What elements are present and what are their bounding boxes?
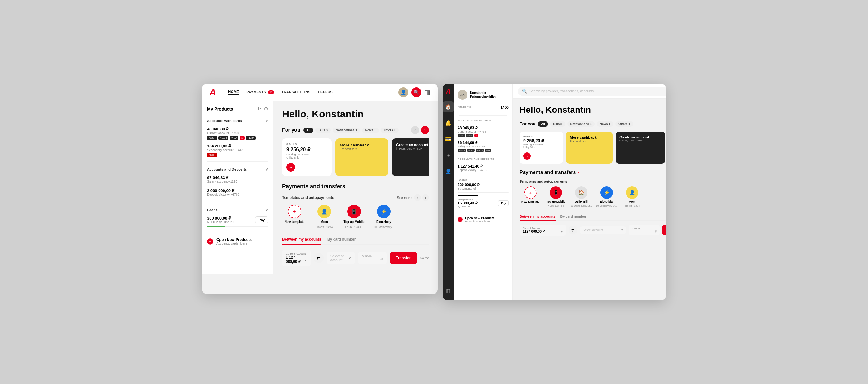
r-bills-arrow-icon[interactable]: → [523,152,531,160]
payments-title: Payments and transfers [282,183,345,190]
bills-arrow-icon[interactable]: → [286,163,295,172]
mobile-icon: 📱 [347,205,361,218]
r-bills-card[interactable]: 8 BILLS 9 256,20 ₽ Parking and Fines Uti… [520,132,563,164]
template-mom[interactable]: 👤 Mom Tinkoff −1234 [312,205,337,229]
search-bar[interactable]: 🔍 Search by provider, transactions, acco… [518,87,666,96]
alfa-points: Alfa-points 1450 [454,103,513,113]
r-filter-notif[interactable]: Notifications 1 [567,121,595,127]
filter-news[interactable]: News 1 [362,128,379,133]
create-account-card[interactable]: Create an account in RUB, USD or EUR [392,138,429,176]
right-promo-cards: 8 BILLS 9 256,20 ₽ Parking and Fines Uti… [520,132,666,164]
tmpl-prev-icon[interactable]: ‹ [414,194,421,201]
next-arrow[interactable]: › [421,126,429,134]
sidebar-bell-icon[interactable]: 🔔 [443,117,454,129]
plus-icon-sm: + [458,217,463,222]
r-filter-all[interactable]: All [538,121,548,127]
filter-notifications[interactable]: Notifications 1 [333,128,360,133]
nav-right: 👤 🔍 ▥ [398,87,430,97]
r-from-field[interactable]: Current Account 1127 000,00 ₽ ∨ [520,224,566,236]
prev-arrow[interactable]: ‹ [411,126,419,134]
card-chip: A [474,134,478,137]
r-tab-between[interactable]: Between my accounts [520,213,556,221]
new-template[interactable]: + New template [282,205,307,223]
account-item: 48 046,83 ₽ Current account −4768 +1234 … [202,125,273,142]
sidebar-user-icon[interactable]: 👤 [443,166,454,177]
sidebar-card-icon[interactable]: 💳 [443,134,454,145]
filter-all[interactable]: All [304,128,314,133]
templates-row: + New template 👤 Mom Tinkoff −1234 📱 Top… [282,205,429,229]
r-to-field[interactable]: Select account ∨ [580,226,626,234]
filter-offers[interactable]: Offers 1 [381,128,399,133]
right-for-you-title: For you [520,121,535,126]
right-greeting: Hello, Konstantin [520,105,666,115]
right-topbar: 🔍 Search by provider, transactions, acco… [513,83,666,99]
r-template-mobile[interactable]: 📱 Top up Mobile +7 965 123 45 67 [545,186,567,207]
r-cashback-card[interactable]: More cashback For debit card [566,132,613,164]
chevron-down-icon: ∨ [266,167,268,172]
tab-between-accounts[interactable]: Between my accounts [282,235,321,245]
to-account-field[interactable]: Select an account ∨ [327,252,355,264]
pay-button-sm[interactable]: Pay [498,200,509,206]
search-placeholder: Search by provider, transactions, accoun… [529,89,596,93]
from-account-field[interactable]: Current Account 1 127 000,00 ₽ ∨ [282,250,311,266]
tmpl-next-icon[interactable]: › [422,194,429,201]
sidebar-home-icon[interactable]: 🏠 [443,101,454,112]
nav-transactions[interactable]: TRANSACTIONS [281,90,310,95]
card-chip: +1234 [246,136,256,140]
r-payments-arrow-icon[interactable]: › [578,170,579,175]
swap-button[interactable]: ⇄ [314,253,323,263]
account-item: 154 200,83 ₽ Secondary account −1443 +12… [202,142,273,159]
sidebar-grid-icon[interactable]: ⊞ [443,149,454,161]
right-templates-row: + New template 📱 Top up Mobile +7 965 12… [520,186,666,207]
r-template-electricity[interactable]: ⚡ Electricity 10 Dostoevsky St... [596,186,618,207]
settings-icon[interactable]: ⚙ [264,106,268,112]
user-info: AK KonstantinPetropavlovskikh [454,87,513,103]
nav-home[interactable]: HOME [228,90,239,95]
r-chevron-icon: ∨ [561,230,563,233]
greeting-title: Hello, Konstantin [282,108,429,120]
r-filter-offers[interactable]: Offers 1 [615,121,633,127]
tab-by-card[interactable]: By card number [328,235,355,244]
accounts-cards-section[interactable]: Accounts with cards ∨ [202,115,273,125]
nav-offers[interactable]: OFFERS [318,90,333,95]
card-chip: VISA [230,136,238,140]
template-mobile[interactable]: 📱 Top up Mobile +7 965 123 4... [342,205,366,229]
payments-arrow-icon[interactable]: › [347,184,349,189]
open-products[interactable]: + Open New Products Accounts, cards, loa… [202,234,273,249]
filter-bills[interactable]: Bills 8 [315,128,331,133]
see-more-link[interactable]: See more [397,196,412,200]
r-create-card[interactable]: Create an account in RUB, USD or EUR [616,132,665,164]
bills-card[interactable]: 8 BILLS 9 256,20 ₽ Parking and Fines Uti… [282,138,332,176]
r-template-utility[interactable]: 🏠 Utility Bill 10 Dostoevsky St... [570,186,592,207]
cashback-card[interactable]: More cashback For debit card [335,138,388,176]
open-products-title: Open New Products [216,238,252,242]
eye-icon[interactable]: 👁 [256,106,261,112]
transfer-button[interactable]: Transfer [390,252,416,264]
r-filter-news[interactable]: News 1 [597,121,614,127]
r-transfer-button[interactable]: Transfer [662,225,666,235]
r-filter-bills[interactable]: Bills 8 [550,121,565,127]
sidebar-expand-icon[interactable]: ▥ [443,285,454,296]
r-template-mom[interactable]: 👤 Mom Tinkoff −1234 [621,186,643,207]
search-button[interactable]: 🔍 [411,87,421,97]
loans-panel: LOANS 320 000,00 ₽ 8 payments left Next … [454,176,513,211]
loans-section[interactable]: Loans ∨ [202,205,273,214]
logo-narrow: A [446,88,451,95]
r-amount-field[interactable]: Amount ₽ [629,225,660,235]
pay-button[interactable]: Pay [255,216,268,223]
r-mom-icon: 👤 [626,186,638,199]
r-new-template[interactable]: + New template [520,186,541,207]
open-products-sm[interactable]: + Open New Products Accounts, cards, loa… [454,213,513,226]
r-swap-button[interactable]: ⇄ [568,226,577,235]
card-chip: 5554 [458,134,465,137]
r-tab-card[interactable]: By card number [560,213,587,220]
template-electricity[interactable]: ⚡ Electricity 10 Dostoevsky... [371,205,396,229]
nav-payments[interactable]: PAYMENTS 12 [246,90,274,95]
loans-title: Loans [207,208,218,212]
amount-field[interactable]: Amount ₽ [358,252,386,264]
avatar[interactable]: 👤 [398,87,408,97]
open-products-sub: Accounts, cards, loans [216,242,252,245]
card-chip: −2812 [475,149,484,152]
menu-icon[interactable]: ▥ [424,89,430,96]
accounts-deposits-section[interactable]: Accounts and Deposits ∨ [202,164,273,173]
